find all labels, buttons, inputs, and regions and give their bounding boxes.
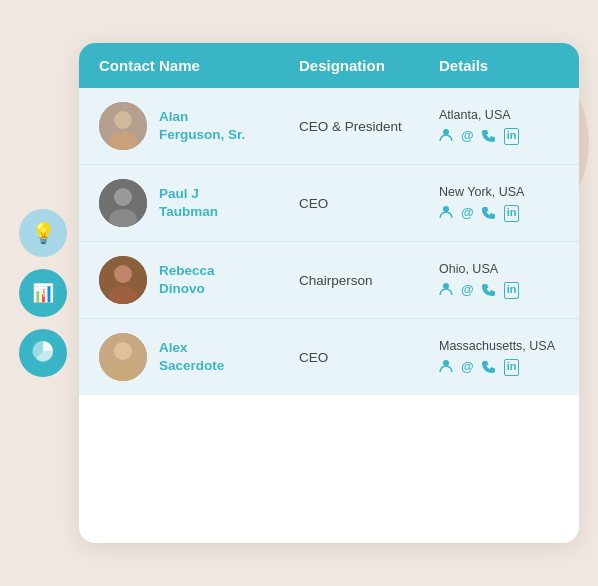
outer-container: 💡 📊 Contact Name Designation Details: [19, 23, 579, 563]
email-icon[interactable]: @: [461, 282, 474, 299]
linkedin-icon[interactable]: in: [504, 205, 520, 222]
table-row: AlexSacerdote CEO Massachusetts, USA @ i…: [79, 319, 579, 395]
phone-icon[interactable]: [482, 282, 496, 299]
person-icon[interactable]: [439, 359, 453, 376]
contact-cell: RebeccaDinovo: [99, 256, 299, 304]
table-body: AlanFerguson, Sr. CEO & President Atlant…: [79, 88, 579, 395]
details-cell: Massachusetts, USA @ in: [439, 339, 559, 376]
person-icon[interactable]: [439, 282, 453, 299]
details-cell: Ohio, USA @ in: [439, 262, 559, 299]
header-contact-name: Contact Name: [99, 57, 299, 74]
designation: CEO & President: [299, 119, 439, 134]
contact-name[interactable]: AlanFerguson, Sr.: [159, 108, 245, 143]
svg-point-4: [443, 129, 449, 135]
sidebar-btn-bulb[interactable]: 💡: [19, 209, 67, 257]
svg-point-14: [114, 342, 132, 360]
designation: CEO: [299, 196, 439, 211]
phone-icon[interactable]: [482, 359, 496, 376]
location: New York, USA: [439, 185, 559, 199]
designation: Chairperson: [299, 273, 439, 288]
table-header: Contact Name Designation Details: [79, 43, 579, 88]
pie-icon: [31, 339, 55, 368]
table-row: AlanFerguson, Sr. CEO & President Atlant…: [79, 88, 579, 165]
person-icon[interactable]: [439, 128, 453, 145]
avatar: [99, 102, 147, 150]
header-details: Details: [439, 57, 559, 74]
avatar: [99, 179, 147, 227]
svg-point-12: [443, 283, 449, 289]
main-card: Contact Name Designation Details AlanFer…: [79, 43, 579, 543]
linkedin-icon[interactable]: in: [504, 282, 520, 299]
contact-name[interactable]: RebeccaDinovo: [159, 262, 215, 297]
detail-icons: @ in: [439, 128, 559, 145]
svg-point-16: [443, 360, 449, 366]
contact-name[interactable]: Paul JTaubman: [159, 185, 218, 220]
contact-cell: Paul JTaubman: [99, 179, 299, 227]
contact-cell: AlexSacerdote: [99, 333, 299, 381]
phone-icon[interactable]: [482, 128, 496, 145]
bulb-icon: 💡: [31, 221, 56, 245]
location: Atlanta, USA: [439, 108, 559, 122]
email-icon[interactable]: @: [461, 205, 474, 222]
designation: CEO: [299, 350, 439, 365]
linkedin-icon[interactable]: in: [504, 128, 520, 145]
details-cell: New York, USA @ in: [439, 185, 559, 222]
sidebar: 💡 📊: [19, 209, 67, 377]
svg-point-2: [114, 111, 132, 129]
person-icon[interactable]: [439, 205, 453, 222]
detail-icons: @ in: [439, 282, 559, 299]
table-row: Paul JTaubman CEO New York, USA @ in: [79, 165, 579, 242]
svg-point-6: [114, 188, 132, 206]
svg-point-8: [443, 206, 449, 212]
email-icon[interactable]: @: [461, 359, 474, 376]
location: Ohio, USA: [439, 262, 559, 276]
contact-cell: AlanFerguson, Sr.: [99, 102, 299, 150]
avatar: [99, 256, 147, 304]
contact-name[interactable]: AlexSacerdote: [159, 339, 224, 374]
svg-point-10: [114, 265, 132, 283]
header-designation: Designation: [299, 57, 439, 74]
table-row: RebeccaDinovo Chairperson Ohio, USA @ in: [79, 242, 579, 319]
linkedin-icon[interactable]: in: [504, 359, 520, 376]
sidebar-line: [43, 289, 45, 297]
email-icon[interactable]: @: [461, 128, 474, 145]
avatar: [99, 333, 147, 381]
detail-icons: @ in: [439, 205, 559, 222]
sidebar-btn-pie[interactable]: [19, 329, 67, 377]
details-cell: Atlanta, USA @ in: [439, 108, 559, 145]
location: Massachusetts, USA: [439, 339, 559, 353]
phone-icon[interactable]: [482, 205, 496, 222]
detail-icons: @ in: [439, 359, 559, 376]
